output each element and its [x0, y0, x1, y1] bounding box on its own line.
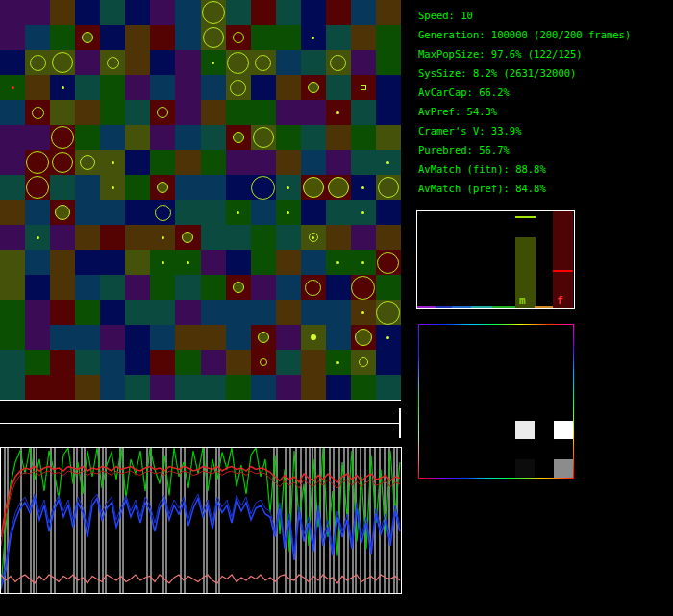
grid-cell[interactable] — [100, 200, 125, 225]
grid-cell[interactable] — [0, 375, 25, 400]
timeline-scrollbar-thumb[interactable] — [399, 408, 401, 438]
grid-cell[interactable] — [25, 75, 50, 100]
grid-cell[interactable] — [326, 150, 351, 175]
grid-cell[interactable] — [175, 375, 200, 400]
grid-cell[interactable] — [175, 50, 200, 75]
grid-cell[interactable] — [0, 250, 25, 275]
grid-cell[interactable] — [201, 250, 226, 275]
grid-cell[interactable] — [175, 125, 200, 150]
grid-cell[interactable] — [226, 200, 251, 225]
grid-cell[interactable] — [150, 0, 175, 25]
grid-cell[interactable] — [100, 50, 125, 75]
grid-cell[interactable] — [351, 0, 376, 25]
grid-cell[interactable] — [125, 350, 150, 375]
grid-cell[interactable] — [251, 275, 276, 300]
grid-cell[interactable] — [276, 175, 301, 200]
grid-cell[interactable] — [276, 100, 301, 125]
grid-cell[interactable] — [175, 75, 200, 100]
grid-cell[interactable] — [201, 375, 226, 400]
grid-cell[interactable] — [226, 125, 251, 150]
grid-cell[interactable] — [301, 100, 326, 125]
grid-cell[interactable] — [100, 350, 125, 375]
timeline-scrollbar-track[interactable] — [0, 423, 401, 424]
grid-cell[interactable] — [301, 75, 326, 100]
grid-cell[interactable] — [0, 100, 25, 125]
grid-cell[interactable] — [75, 25, 100, 50]
grid-cell[interactable] — [25, 350, 50, 375]
grid-cell[interactable] — [175, 350, 200, 375]
grid-cell[interactable] — [351, 75, 376, 100]
grid-cell[interactable] — [50, 275, 75, 300]
grid-cell[interactable] — [100, 375, 125, 400]
grid-cell[interactable] — [226, 150, 251, 175]
grid-cell[interactable] — [25, 125, 50, 150]
grid-cell[interactable] — [150, 375, 175, 400]
grid-cell[interactable] — [75, 250, 100, 275]
grid-cell[interactable] — [75, 375, 100, 400]
grid-cell[interactable] — [226, 300, 251, 325]
grid-cell[interactable] — [125, 300, 150, 325]
grid-cell[interactable] — [100, 325, 125, 350]
grid-cell[interactable] — [150, 125, 175, 150]
grid-cell[interactable] — [276, 250, 301, 275]
grid-cell[interactable] — [150, 150, 175, 175]
grid-cell[interactable] — [50, 200, 75, 225]
grid-cell[interactable] — [301, 325, 326, 350]
grid-cell[interactable] — [0, 300, 25, 325]
grid-cell[interactable] — [125, 100, 150, 125]
grid-cell[interactable] — [0, 175, 25, 200]
grid-cell[interactable] — [75, 225, 100, 250]
grid-cell[interactable] — [50, 325, 75, 350]
grid-cell[interactable] — [150, 100, 175, 125]
grid-cell[interactable] — [25, 225, 50, 250]
grid-cell[interactable] — [276, 50, 301, 75]
grid-cell[interactable] — [201, 125, 226, 150]
grid-cell[interactable] — [276, 75, 301, 100]
grid-cell[interactable] — [251, 250, 276, 275]
grid-cell[interactable] — [351, 100, 376, 125]
grid-cell[interactable] — [0, 0, 25, 25]
grid-cell[interactable] — [100, 100, 125, 125]
grid-cell[interactable] — [0, 125, 25, 150]
grid-cell[interactable] — [175, 250, 200, 275]
grid-cell[interactable] — [301, 175, 326, 200]
grid-cell[interactable] — [175, 325, 200, 350]
grid-cell[interactable] — [201, 75, 226, 100]
grid-cell[interactable] — [175, 275, 200, 300]
grid-cell[interactable] — [50, 125, 75, 150]
grid-cell[interactable] — [276, 0, 301, 25]
grid-cell[interactable] — [326, 75, 351, 100]
grid-cell[interactable] — [25, 0, 50, 25]
grid-cell[interactable] — [0, 150, 25, 175]
grid-cell[interactable] — [226, 325, 251, 350]
grid-cell[interactable] — [226, 350, 251, 375]
grid-cell[interactable] — [226, 100, 251, 125]
grid-cell[interactable] — [100, 0, 125, 25]
grid-cell[interactable] — [150, 200, 175, 225]
grid-cell[interactable] — [25, 325, 50, 350]
grid-cell[interactable] — [100, 125, 125, 150]
grid-cell[interactable] — [201, 175, 226, 200]
grid-cell[interactable] — [100, 75, 125, 100]
grid-cell[interactable] — [50, 250, 75, 275]
grid-cell[interactable] — [50, 225, 75, 250]
grid-cell[interactable] — [201, 25, 226, 50]
grid-cell[interactable] — [50, 300, 75, 325]
grid-cell[interactable] — [75, 325, 100, 350]
grid-cell[interactable] — [276, 350, 301, 375]
grid-cell[interactable] — [100, 275, 125, 300]
grid-cell[interactable] — [175, 225, 200, 250]
grid-cell[interactable] — [50, 350, 75, 375]
grid-cell[interactable] — [226, 275, 251, 300]
grid-cell[interactable] — [50, 175, 75, 200]
grid-cell[interactable] — [326, 25, 351, 50]
grid-cell[interactable] — [351, 250, 376, 275]
grid-cell[interactable] — [175, 0, 200, 25]
grid-cell[interactable] — [175, 200, 200, 225]
grid-cell[interactable] — [201, 150, 226, 175]
grid-cell[interactable] — [75, 125, 100, 150]
grid-cell[interactable] — [201, 100, 226, 125]
grid-cell[interactable] — [276, 225, 301, 250]
grid-cell[interactable] — [201, 300, 226, 325]
grid-cell[interactable] — [326, 100, 351, 125]
